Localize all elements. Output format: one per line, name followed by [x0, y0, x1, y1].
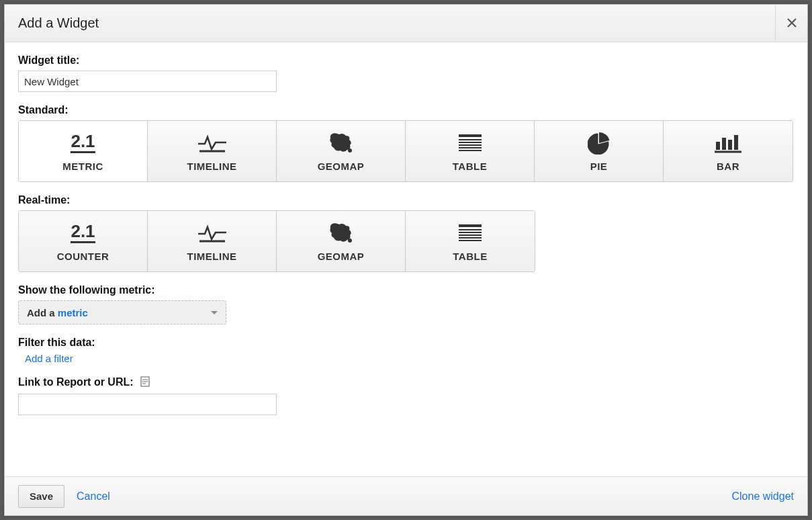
realtime-label: Real-time: — [18, 194, 794, 206]
svg-rect-4 — [459, 134, 482, 137]
close-icon — [786, 15, 797, 32]
close-button[interactable] — [775, 5, 807, 42]
tile-rt-timeline[interactable]: TIMELINE — [148, 211, 277, 271]
table-icon — [457, 221, 484, 245]
svg-point-16 — [348, 239, 352, 243]
filter-section: Filter this data: Add a filter — [18, 337, 794, 364]
metric-section: Show the following metric: Add a metric — [18, 284, 794, 324]
bar-icon — [713, 131, 743, 155]
pie-icon — [588, 131, 611, 155]
tile-label: TABLE — [453, 161, 487, 172]
widget-title-input[interactable] — [18, 71, 277, 92]
tile-counter[interactable]: 2.1 COUNTER — [19, 211, 148, 271]
metric-select-text: Add a metric — [27, 307, 88, 318]
tile-pie[interactable]: PIE — [535, 121, 664, 181]
tile-label: METRIC — [62, 161, 103, 172]
tile-table[interactable]: TABLE — [406, 121, 535, 181]
counter-number-icon: 2.1 — [71, 221, 95, 245]
svg-point-3 — [348, 148, 352, 153]
dialog-footer: Save Cancel Clone widget — [5, 476, 807, 515]
metric-select[interactable]: Add a metric — [18, 300, 226, 324]
tile-rt-table[interactable]: TABLE — [406, 211, 535, 271]
tile-bar[interactable]: BAR — [664, 121, 793, 181]
standard-label: Standard: — [18, 104, 794, 116]
svg-rect-17 — [459, 224, 482, 227]
link-report-label: Link to Report or URL: — [18, 376, 794, 390]
save-button[interactable]: Save — [18, 485, 64, 508]
footer-left: Save Cancel — [18, 485, 110, 508]
tile-label: PIE — [590, 161, 608, 172]
tile-label: TIMELINE — [187, 251, 237, 262]
tile-rt-geomap[interactable]: GEOMAP — [277, 211, 406, 271]
tile-label: BAR — [717, 161, 739, 172]
tile-label: GEOMAP — [318, 251, 365, 262]
tile-label: TABLE — [453, 251, 487, 262]
realtime-tiles: 2.1 COUNTER TIMELINE — [18, 210, 535, 272]
svg-rect-10 — [716, 142, 720, 150]
metric-number-icon: 2.1 — [71, 131, 95, 155]
standard-tiles: 2.1 METRIC TIMELINE — [18, 120, 793, 182]
timeline-icon — [197, 221, 228, 245]
add-filter-link[interactable]: Add a filter — [18, 353, 794, 364]
widget-title-label: Widget title: — [18, 54, 794, 67]
svg-rect-11 — [722, 138, 726, 150]
link-report-section: Link to Report or URL: — [18, 376, 794, 415]
tile-label: GEOMAP — [318, 161, 365, 172]
svg-rect-13 — [734, 135, 738, 150]
tile-label: TIMELINE — [187, 161, 237, 172]
report-picker-icon[interactable] — [140, 376, 150, 390]
svg-rect-12 — [728, 140, 732, 150]
geomap-icon — [327, 221, 355, 245]
tile-label: COUNTER — [57, 251, 109, 262]
cancel-link[interactable]: Cancel — [77, 490, 110, 503]
clone-widget-link[interactable]: Clone widget — [732, 490, 795, 503]
table-icon — [457, 131, 484, 155]
tile-geomap[interactable]: GEOMAP — [277, 121, 406, 181]
link-report-input[interactable] — [18, 394, 277, 415]
dialog-body: Widget title: Standard: 2.1 METRIC — [5, 42, 807, 476]
tile-metric[interactable]: 2.1 METRIC — [19, 121, 148, 181]
widget-title-section: Widget title: — [18, 54, 794, 92]
dialog-title: Add a Widget — [18, 15, 99, 31]
tile-timeline[interactable]: TIMELINE — [148, 121, 277, 181]
standard-section: Standard: 2.1 METRIC TIMELINE — [18, 104, 794, 182]
dialog-header: Add a Widget — [5, 5, 807, 42]
chevron-down-icon — [211, 311, 218, 314]
timeline-icon — [197, 131, 228, 155]
add-widget-dialog: Add a Widget Widget title: Standard: 2.1 — [4, 4, 808, 516]
geomap-icon — [327, 131, 355, 155]
realtime-section: Real-time: 2.1 COUNTER TIMELINE — [18, 194, 794, 272]
metric-label: Show the following metric: — [18, 284, 794, 296]
filter-label: Filter this data: — [18, 337, 794, 349]
